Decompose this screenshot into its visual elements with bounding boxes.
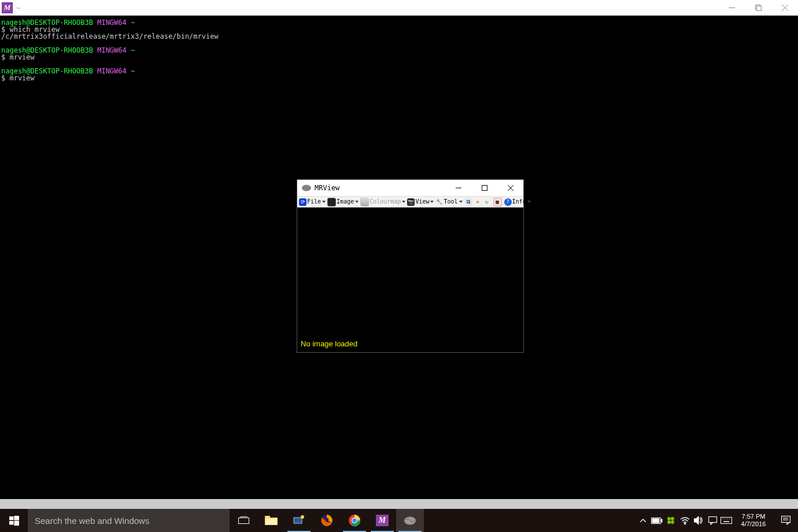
tool-menu[interactable]: 🔧Tool bbox=[435, 198, 463, 206]
tool-menu-label: Tool bbox=[444, 198, 457, 205]
terminal-minimize-button[interactable] bbox=[718, 0, 745, 15]
svg-point-32 bbox=[667, 520, 671, 524]
mrtrix-icon: M bbox=[376, 515, 389, 526]
view-menu-label: View bbox=[415, 198, 429, 205]
remote-desktop-taskbar[interactable] bbox=[285, 509, 313, 532]
task-view-button[interactable] bbox=[230, 509, 257, 532]
info-menu[interactable]: ?Info bbox=[504, 198, 531, 206]
svg-point-21 bbox=[301, 515, 304, 519]
clock-time: 7:57 PM bbox=[736, 513, 771, 520]
svg-rect-36 bbox=[708, 516, 716, 522]
svg-rect-8 bbox=[482, 186, 487, 191]
mrview-minimize-button[interactable] bbox=[445, 180, 471, 196]
move-button[interactable]: ✥ bbox=[474, 198, 482, 206]
svg-point-30 bbox=[667, 517, 671, 520]
task-view-icon bbox=[238, 516, 249, 524]
clock-date: 4/7/2016 bbox=[736, 520, 771, 528]
mrview-viewport[interactable]: No image loaded bbox=[297, 208, 523, 352]
system-tray: 7:57 PM 4/7/2016 bbox=[636, 509, 798, 532]
taskbar-clock[interactable]: 7:57 PM 4/7/2016 bbox=[733, 513, 774, 528]
chrome-taskbar[interactable] bbox=[341, 509, 368, 532]
chevron-down-icon bbox=[430, 201, 434, 203]
colourmap-icon bbox=[360, 198, 369, 206]
mrview-maximize-button[interactable] bbox=[471, 180, 497, 196]
action-center-icon bbox=[781, 516, 790, 525]
terminal-close-button[interactable] bbox=[771, 0, 798, 15]
info-icon: ? bbox=[504, 198, 512, 206]
svg-rect-29 bbox=[652, 519, 659, 523]
mrview-titlebar[interactable]: MRView bbox=[297, 180, 523, 196]
brain-icon bbox=[301, 184, 312, 192]
terminal-titlebar: M ~ bbox=[0, 0, 798, 16]
svg-rect-13 bbox=[9, 521, 13, 524]
terminal-title: ~ bbox=[16, 3, 21, 12]
svg-marker-35 bbox=[694, 516, 699, 524]
rotate-icon: ↻ bbox=[483, 198, 491, 206]
firefox-icon bbox=[320, 514, 333, 527]
file-menu-label: File bbox=[307, 198, 321, 205]
svg-point-34 bbox=[684, 523, 685, 524]
mrview-close-button[interactable] bbox=[497, 180, 523, 196]
chevron-down-icon bbox=[355, 201, 359, 203]
image-menu-label: Image bbox=[337, 198, 354, 205]
dropbox-tray[interactable] bbox=[664, 509, 678, 532]
chevron-down-icon bbox=[322, 201, 326, 203]
speaker-icon bbox=[694, 516, 703, 524]
svg-rect-11 bbox=[9, 516, 13, 520]
svg-rect-44 bbox=[782, 516, 790, 523]
file-menu[interactable]: ⟳File bbox=[298, 198, 326, 206]
svg-rect-18 bbox=[265, 516, 270, 518]
mrview-title: MRView bbox=[315, 184, 339, 191]
mrview-status: No image loaded bbox=[301, 341, 357, 348]
snap-button[interactable]: ⧉ bbox=[464, 198, 473, 206]
notifications-tray[interactable] bbox=[705, 509, 719, 532]
svg-rect-15 bbox=[238, 518, 249, 524]
colourmap-menu-label: Colourmap bbox=[370, 198, 401, 205]
search-placeholder: Search the web and Windows bbox=[35, 516, 149, 526]
firefox-taskbar[interactable] bbox=[313, 509, 341, 532]
calendar-icon: ▦ bbox=[493, 198, 502, 206]
svg-rect-14 bbox=[14, 520, 19, 526]
wifi-tray[interactable] bbox=[678, 509, 692, 532]
calendar-button[interactable]: ▦ bbox=[493, 198, 503, 206]
chrome-icon bbox=[348, 514, 361, 527]
svg-rect-2 bbox=[756, 6, 761, 10]
chevron-down-icon bbox=[402, 201, 405, 203]
wrench-icon: 🔧 bbox=[435, 198, 443, 206]
keyboard-tray[interactable] bbox=[719, 509, 733, 532]
wifi-icon bbox=[680, 517, 690, 524]
brain-icon bbox=[403, 516, 417, 526]
terminal-output[interactable]: nagesh@DESKTOP-RHOOB3B MINGW64 ~ $ which… bbox=[0, 16, 798, 499]
start-button[interactable] bbox=[0, 509, 28, 532]
battery-tray[interactable] bbox=[650, 509, 664, 532]
info-menu-label: Info bbox=[512, 198, 526, 205]
remote-icon bbox=[293, 515, 305, 526]
tray-chevron-up[interactable] bbox=[636, 509, 650, 532]
keyboard-icon bbox=[721, 517, 732, 524]
battery-icon bbox=[651, 518, 663, 524]
file-icon: ⟳ bbox=[299, 198, 306, 206]
mrview-taskbar[interactable] bbox=[396, 509, 424, 532]
volume-tray[interactable] bbox=[692, 509, 705, 532]
image-menu[interactable]: Image bbox=[327, 198, 359, 206]
chevron-up-icon bbox=[640, 519, 646, 522]
sync-icon bbox=[667, 516, 675, 524]
mrtrix-terminal-taskbar[interactable]: M bbox=[368, 509, 396, 532]
rotate-button[interactable]: ↻ bbox=[483, 198, 492, 206]
taskbar-search[interactable]: Search the web and Windows bbox=[28, 509, 230, 532]
colourmap-menu[interactable]: Colourmap bbox=[360, 198, 406, 206]
image-icon bbox=[327, 198, 336, 206]
svg-point-25 bbox=[352, 518, 357, 523]
camera-icon: 📷 bbox=[407, 198, 415, 206]
terminal-maximize-button[interactable] bbox=[745, 0, 771, 15]
view-menu[interactable]: 📷View bbox=[407, 198, 434, 206]
svg-rect-20 bbox=[294, 518, 302, 523]
message-icon bbox=[708, 516, 717, 525]
svg-point-33 bbox=[671, 520, 674, 524]
chevron-down-icon bbox=[527, 201, 531, 203]
action-center-button[interactable] bbox=[774, 516, 798, 525]
file-explorer-taskbar[interactable] bbox=[257, 509, 285, 532]
snap-icon: ⧉ bbox=[465, 198, 472, 206]
svg-rect-12 bbox=[14, 516, 19, 520]
mrview-window[interactable]: MRView ⟳File Image Colourmap 📷View 🔧Tool… bbox=[297, 179, 524, 353]
